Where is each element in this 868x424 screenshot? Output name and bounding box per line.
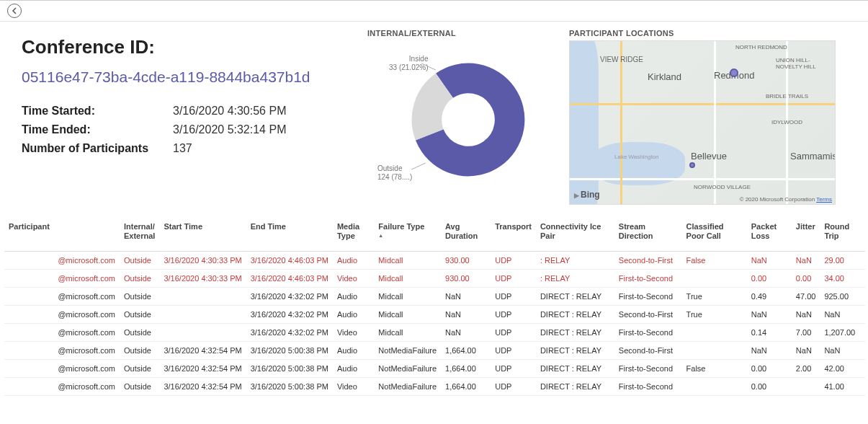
cell-media: Audio: [333, 252, 374, 270]
cell-classified: [682, 342, 747, 360]
cell-media: Video: [333, 378, 374, 396]
cell-ice: DIRECT : RELAY: [536, 342, 614, 360]
cell-failure: Midcall: [374, 252, 441, 270]
cell-ice: : RELAY: [536, 270, 614, 288]
cell-participant: @microsoft.com: [4, 252, 120, 270]
cell-end: 3/16/2020 5:00:38 PM: [246, 360, 333, 378]
time-started-label: Time Started:: [22, 105, 173, 118]
cell-transport: UDP: [491, 252, 536, 270]
col-avg-duration[interactable]: Avg Duration: [441, 218, 491, 252]
table-row[interactable]: @microsoft.comOutside3/16/2020 4:32:54 P…: [4, 342, 865, 360]
time-ended-value: 3/16/2020 5:32:14 PM: [173, 123, 286, 136]
cell-transport: UDP: [491, 270, 536, 288]
cell-failure: Midcall: [374, 270, 441, 288]
table-row[interactable]: @microsoft.comOutside3/16/2020 4:32:54 P…: [4, 360, 865, 378]
bing-logo: Bing: [574, 190, 600, 200]
col-classified-poor-call[interactable]: Classified Poor Call: [682, 218, 747, 252]
map-label: Kirkland: [648, 71, 681, 82]
cell-end: 3/16/2020 4:32:02 PM: [246, 288, 333, 306]
cell-roundtrip: 42.00: [820, 360, 865, 378]
col-failure-type[interactable]: Failure Type: [374, 218, 441, 252]
cell-packetloss: NaN: [747, 252, 792, 270]
col-media-type[interactable]: Media Type: [333, 218, 374, 252]
cell-start: [159, 288, 246, 306]
map-copyright: © 2020 Microsoft Corporation Terms: [740, 196, 832, 203]
cell-packetloss: 0.00: [747, 360, 792, 378]
cell-packetloss: NaN: [747, 306, 792, 324]
cell-intext: Outside: [120, 324, 159, 342]
col-packet-loss[interactable]: Packet Loss: [747, 218, 792, 252]
cell-failure: NotMediaFailure: [374, 360, 441, 378]
cell-media: Audio: [333, 306, 374, 324]
cell-streamdir: First-to-Second: [614, 270, 682, 288]
donut-outside-label: Outside: [377, 164, 412, 173]
col-round-trip[interactable]: Round Trip: [820, 218, 865, 252]
col-transport[interactable]: Transport: [491, 218, 536, 252]
sort-asc-icon: [378, 233, 437, 239]
cell-start: 3/16/2020 4:32:54 PM: [159, 378, 246, 396]
col-connectivity-ice-pair[interactable]: Connectivity Ice Pair: [536, 218, 614, 252]
table-row[interactable]: @microsoft.comOutside3/16/2020 4:32:02 P…: [4, 306, 865, 324]
cell-intext: Outside: [120, 288, 159, 306]
cell-failure: Midcall: [374, 288, 441, 306]
cell-intext: Outside: [120, 342, 159, 360]
cell-packetloss: NaN: [747, 342, 792, 360]
cell-packetloss: 0.49: [747, 288, 792, 306]
map-marker[interactable]: [730, 69, 738, 77]
map-marker[interactable]: [689, 162, 695, 168]
cell-streamdir: First-to-Second: [614, 324, 682, 342]
map-label: NORWOOD VILLAGE: [694, 184, 751, 190]
cell-media: Audio: [333, 342, 374, 360]
cell-intext: Outside: [120, 270, 159, 288]
cell-failure: NotMediaFailure: [374, 342, 441, 360]
cell-ice: : RELAY: [536, 252, 614, 270]
cell-ice: DIRECT : RELAY: [536, 360, 614, 378]
time-ended-label: Time Ended:: [22, 123, 173, 136]
col-internal-external[interactable]: Internal/ External: [120, 218, 159, 252]
cell-end: 3/16/2020 4:46:03 PM: [246, 252, 333, 270]
cell-failure: NotMediaFailure: [374, 378, 441, 396]
cell-participant: @microsoft.com: [4, 378, 120, 396]
cell-packetloss: 0.00: [747, 378, 792, 396]
donut-inside-value: 33 (21.02%): [389, 63, 428, 72]
cell-roundtrip: 1,207.00: [820, 324, 865, 342]
col-participant[interactable]: Participant: [4, 218, 120, 252]
table-row[interactable]: @microsoft.comOutside3/16/2020 4:32:02 P…: [4, 288, 865, 306]
cell-media: Video: [333, 324, 374, 342]
cell-failure: Midcall: [374, 306, 441, 324]
cell-participant: @microsoft.com: [4, 270, 120, 288]
col-end-time[interactable]: End Time: [246, 218, 333, 252]
cell-end: 3/16/2020 4:32:02 PM: [246, 324, 333, 342]
cell-streamdir: Second-to-First: [614, 306, 682, 324]
cell-end: 3/16/2020 4:46:03 PM: [246, 270, 333, 288]
internal-external-chart[interactable]: Inside 33 (21.02%) Outside 124 (78....): [367, 40, 540, 199]
table-row[interactable]: @microsoft.comOutside3/16/2020 4:30:33 P…: [4, 252, 865, 270]
cell-avgdur: NaN: [441, 306, 491, 324]
map-label: IDYLWOOD: [771, 119, 802, 125]
col-start-time[interactable]: Start Time: [159, 218, 246, 252]
participant-locations-map[interactable]: VIEW RIDGE Kirkland Redmond NORTH REDMON…: [569, 40, 836, 205]
cell-start: 3/16/2020 4:30:33 PM: [159, 252, 246, 270]
table-row[interactable]: @microsoft.comOutside3/16/2020 4:30:33 P…: [4, 270, 865, 288]
table-row[interactable]: @microsoft.comOutside3/16/2020 4:32:02 P…: [4, 324, 865, 342]
cell-roundtrip: 29.00: [820, 252, 865, 270]
map-label: BRIDLE TRAILS: [766, 93, 808, 100]
cell-media: Audio: [333, 360, 374, 378]
table-row[interactable]: @microsoft.comOutside3/16/2020 4:32:54 P…: [4, 378, 865, 396]
cell-start: 3/16/2020 4:32:54 PM: [159, 342, 246, 360]
cell-media: Video: [333, 270, 374, 288]
col-jitter[interactable]: Jitter: [792, 218, 820, 252]
map-terms-link[interactable]: Terms: [816, 196, 832, 203]
cell-roundtrip: NaN: [820, 342, 865, 360]
cell-intext: Outside: [120, 378, 159, 396]
col-stream-direction[interactable]: Stream Direction: [614, 218, 682, 252]
cell-classified: True: [682, 306, 747, 324]
cell-transport: UDP: [491, 324, 536, 342]
back-button[interactable]: [7, 4, 22, 18]
cell-avgdur: NaN: [441, 324, 491, 342]
map-label: Bellevue: [691, 151, 727, 162]
cell-participant: @microsoft.com: [4, 360, 120, 378]
cell-start: [159, 306, 246, 324]
cell-roundtrip: NaN: [820, 306, 865, 324]
cell-jitter: 2.00: [792, 360, 820, 378]
